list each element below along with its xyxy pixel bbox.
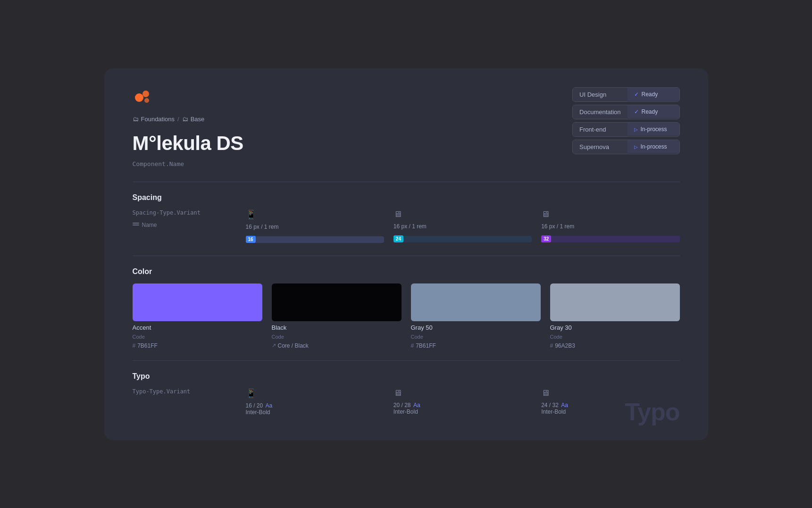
spacing-desktop-progress: [551, 236, 679, 242]
color-swatch-gray30: [550, 283, 680, 321]
color-hex-gray30: 96A2B3: [555, 342, 575, 349]
divider-spacing: [133, 256, 680, 256]
color-name-gray50: Gray 50: [411, 324, 541, 331]
color-card-gray30: Gray 30 Code # 96A2B3: [550, 283, 680, 349]
hash-3: #: [550, 342, 553, 349]
status-row-ui-design[interactable]: UI Design ✓ Ready: [572, 87, 679, 102]
color-value-accent: # 7B61FF: [133, 342, 262, 349]
status-badge-supernova: ▷ In-process: [628, 140, 679, 153]
play-icon-2: ▷: [634, 144, 638, 150]
color-value-black: ↗ Core / Black: [272, 342, 402, 349]
color-card-black: Black Code ↗ Core / Black: [272, 283, 402, 349]
color-ref-black: Core / Black: [278, 342, 309, 349]
color-name-accent: Accent: [133, 324, 262, 331]
color-code-gray30: Code: [550, 334, 680, 340]
spacing-tablet-col: 🖥 16 px / 1 rem 24: [393, 209, 532, 244]
svg-point-0: [135, 93, 143, 102]
typo-tablet-aa: Aa: [413, 402, 420, 408]
color-name-gray30: Gray 30: [550, 324, 680, 331]
spacing-tablet-progress: [403, 236, 532, 242]
spacing-mobile-tag: 16: [246, 236, 256, 243]
desktop-icon: 🖥: [541, 209, 679, 219]
typo-mobile-aa: Aa: [266, 402, 273, 409]
spacing-label-col: Spacing-Type.Variant Name: [133, 209, 236, 228]
color-hex-gray50: 7B61FF: [416, 342, 436, 349]
typo-grid: Typo-Type.Variant 📱 16 / 20 Aa Inter-Bol…: [133, 388, 680, 417]
color-grid: Accent Code # 7B61FF Black Code ↗ Core /…: [133, 283, 680, 349]
component-name: Component.Name: [133, 160, 243, 167]
breadcrumb: 🗂 Foundations / 🗂 Base: [133, 116, 243, 123]
spacing-desktop-px: 16 px / 1 rem: [541, 223, 679, 230]
color-name-black: Black: [272, 324, 402, 331]
divider-color: [133, 360, 680, 361]
breadcrumb-base-label: Base: [191, 116, 205, 123]
play-icon-1: ▷: [634, 127, 638, 132]
status-label-frontend: Front-end: [573, 123, 627, 136]
check-icon-1: ✓: [634, 91, 639, 98]
spacing-grid: Spacing-Type.Variant Name 📱 16 px / 1 re…: [133, 209, 680, 244]
color-swatch-gray50: [411, 283, 541, 321]
status-label-ui-design: UI Design: [573, 88, 627, 101]
breadcrumb-sep: /: [177, 116, 179, 123]
spacing-tablet-bar: 24: [393, 234, 532, 244]
status-label-documentation: Documentation: [573, 105, 627, 119]
breadcrumb-foundations[interactable]: 🗂 Foundations: [133, 116, 175, 123]
main-screen: 🗂 Foundations / 🗂 Base M°lekula DS Compo…: [104, 68, 708, 440]
color-section: Color Accent Code # 7B61FF Black Code ↗ …: [133, 267, 680, 349]
header-left: 🗂 Foundations / 🗂 Base M°lekula DS Compo…: [133, 87, 243, 167]
spacing-mobile-col: 📱 16 px / 1 rem 16: [246, 209, 384, 244]
typo-tablet-style: Inter-Bold: [393, 408, 532, 415]
typo-desktop-aa: Aa: [561, 402, 568, 408]
typo-variant-label: Typo-Type.Variant: [133, 388, 236, 395]
color-value-gray50: # 7B61FF: [411, 342, 541, 349]
spacing-desktop-bar: 32: [541, 234, 679, 244]
color-hex-accent: 7B61FF: [137, 342, 158, 349]
page-title: M°lekula DS: [133, 132, 243, 155]
color-swatch-black: [272, 283, 402, 321]
svg-point-1: [142, 91, 149, 97]
status-row-documentation[interactable]: Documentation ✓ Ready: [572, 105, 679, 119]
typo-mobile-icon: 📱: [246, 388, 384, 399]
status-badge-ui-design: ✓ Ready: [628, 88, 679, 101]
mobile-icon: 📱: [246, 209, 384, 220]
typo-title: Typo: [133, 372, 680, 381]
status-badge-documentation: ✓ Ready: [628, 105, 679, 118]
hash-1: #: [133, 342, 136, 349]
color-code-gray50: Code: [411, 334, 541, 340]
spacing-tablet-tag: 24: [393, 235, 403, 242]
status-grid: UI Design ✓ Ready Documentation ✓ Ready …: [572, 87, 679, 154]
spacing-variant-label: Spacing-Type.Variant: [133, 209, 236, 216]
breadcrumb-base[interactable]: 🗂 Base: [182, 116, 205, 123]
spacing-mobile-progress: [256, 236, 384, 243]
list-icon: [133, 223, 139, 227]
spacing-title: Spacing: [133, 193, 680, 202]
hash-2: #: [411, 342, 414, 349]
typo-tablet-icon: 🖥: [393, 388, 532, 398]
status-row-frontend[interactable]: Front-end ▷ In-process: [572, 122, 679, 137]
status-badge-frontend: ▷ In-process: [628, 123, 679, 136]
check-icon-2: ✓: [634, 108, 639, 115]
folder-icon-2: 🗂: [182, 116, 188, 123]
status-badge-ui-design-text: Ready: [642, 91, 658, 98]
tablet-icon: 🖥: [393, 209, 532, 219]
typo-desktop-icon: 🖥: [541, 388, 679, 398]
link-icon: ↗: [272, 342, 276, 349]
status-badge-supernova-text: In-process: [641, 143, 667, 150]
logo-icon: [133, 87, 153, 108]
status-badge-frontend-text: In-process: [641, 126, 667, 133]
typo-tablet-col: 🖥 20 / 28 Aa Inter-Bold: [393, 388, 532, 417]
header: 🗂 Foundations / 🗂 Base M°lekula DS Compo…: [133, 87, 680, 167]
status-row-supernova[interactable]: Supernova ▷ In-process: [572, 140, 679, 154]
breadcrumb-foundations-label: Foundations: [141, 116, 175, 123]
typo-section: Typo Typo-Type.Variant 📱 16 / 20 Aa Inte…: [133, 372, 680, 417]
typo-mobile-col: 📱 16 / 20 Aa Inter-Bold: [246, 388, 384, 417]
color-card-gray50: Gray 50 Code # 7B61FF: [411, 283, 541, 349]
typo-watermark: Typo: [625, 398, 679, 426]
typo-label-col: Typo-Type.Variant: [133, 388, 236, 400]
color-swatch-accent: [133, 283, 262, 321]
svg-point-2: [144, 98, 149, 103]
color-code-black: Code: [272, 334, 402, 340]
color-title: Color: [133, 267, 680, 276]
spacing-name-label: Name: [142, 222, 157, 228]
typo-tablet-size: 20 / 28 Aa: [393, 402, 532, 408]
